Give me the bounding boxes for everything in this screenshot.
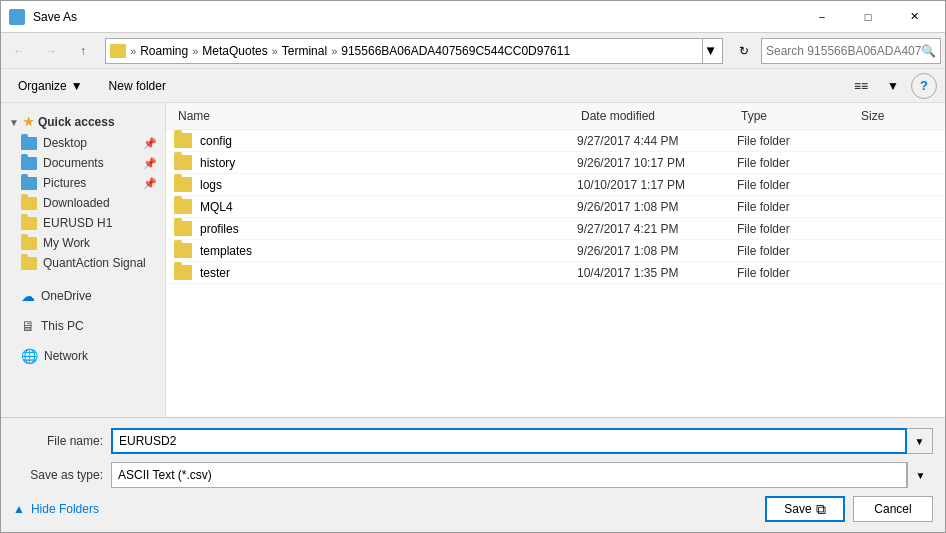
organize-button[interactable]: Organize ▼ xyxy=(9,73,92,99)
breadcrumb-metaquotes[interactable]: MetaQuotes xyxy=(202,44,267,58)
sidebar-item-eurusd[interactable]: EURUSD H1 xyxy=(1,213,165,233)
size-col-sort[interactable]: Size xyxy=(857,107,937,125)
quick-access-header[interactable]: ▼ ★ Quick access xyxy=(1,111,165,133)
address-toolbar: ← → ↑ » Roaming » MetaQuotes » Terminal … xyxy=(1,33,945,69)
filename-label: File name: xyxy=(13,434,103,448)
title-bar-left: Save As xyxy=(9,9,77,25)
date-col-sort[interactable]: Date modified xyxy=(577,107,737,125)
address-dropdown-button[interactable]: ▼ xyxy=(702,38,718,64)
sidebar-documents-label: Documents xyxy=(43,156,104,170)
file-name: profiles xyxy=(200,222,239,236)
view-dropdown-button[interactable]: ▼ xyxy=(879,73,907,99)
pictures-folder-icon xyxy=(21,177,37,190)
sidebar-item-desktop[interactable]: Desktop 📌 xyxy=(1,133,165,153)
cancel-button[interactable]: Cancel xyxy=(853,496,933,522)
file-folder-icon xyxy=(174,177,192,192)
sidebar-item-quantaction[interactable]: QuantAction Signal xyxy=(1,253,165,273)
file-name: tester xyxy=(200,266,230,280)
file-type: File folder xyxy=(737,200,857,214)
maximize-button[interactable]: □ xyxy=(845,1,891,33)
filename-row: File name: ▼ xyxy=(13,428,933,454)
hide-folders-button[interactable]: ▲ Hide Folders xyxy=(13,502,99,516)
documents-folder-icon xyxy=(21,157,37,170)
breadcrumb-separator-3: » xyxy=(272,45,278,57)
name-col-sort[interactable]: Name xyxy=(174,107,577,125)
sidebar-item-documents[interactable]: Documents 📌 xyxy=(1,153,165,173)
sidebar-item-downloaded[interactable]: Downloaded xyxy=(1,193,165,213)
filename-dropdown-button[interactable]: ▼ xyxy=(907,428,933,454)
file-name-cell: templates xyxy=(174,243,577,258)
table-row[interactable]: logs 10/10/2017 1:17 PM File folder xyxy=(166,174,945,196)
file-list-header: Name Date modified Type Size xyxy=(166,103,945,130)
file-name: logs xyxy=(200,178,222,192)
search-icon[interactable]: 🔍 xyxy=(921,44,936,58)
close-button[interactable]: ✕ xyxy=(891,1,937,33)
sidebar-pictures-label: Pictures xyxy=(43,176,86,190)
mywork-folder-icon xyxy=(21,237,37,250)
hide-folders-label: Hide Folders xyxy=(31,502,99,516)
back-button[interactable]: ← xyxy=(5,38,33,64)
organize-label: Organize xyxy=(18,79,67,93)
file-name-cell: history xyxy=(174,155,577,170)
table-row[interactable]: templates 9/26/2017 1:08 PM File folder xyxy=(166,240,945,262)
file-type: File folder xyxy=(737,244,857,258)
col-size-header[interactable]: Size xyxy=(857,107,937,125)
savetype-select[interactable]: ASCII Text (*.csv) xyxy=(111,462,907,488)
sidebar-item-pictures[interactable]: Pictures 📌 xyxy=(1,173,165,193)
cancel-button-label: Cancel xyxy=(874,502,911,516)
file-date: 9/27/2017 4:44 PM xyxy=(577,134,737,148)
file-folder-icon xyxy=(174,265,192,280)
minimize-button[interactable]: − xyxy=(799,1,845,33)
title-bar: Save As − □ ✕ xyxy=(1,1,945,33)
search-input[interactable] xyxy=(766,44,921,58)
table-row[interactable]: profiles 9/27/2017 4:21 PM File folder xyxy=(166,218,945,240)
breadcrumb-terminal[interactable]: Terminal xyxy=(282,44,327,58)
file-name: MQL4 xyxy=(200,200,233,214)
sidebar-item-mywork[interactable]: My Work xyxy=(1,233,165,253)
breadcrumb-roaming[interactable]: Roaming xyxy=(140,44,188,58)
savetype-dropdown-button[interactable]: ▼ xyxy=(907,462,933,488)
help-button[interactable]: ? xyxy=(911,73,937,99)
col-date-header[interactable]: Date modified xyxy=(577,107,737,125)
quick-access-star-icon: ★ xyxy=(23,115,34,129)
col-type-header[interactable]: Type xyxy=(737,107,857,125)
sidebar-spacer-1 xyxy=(1,277,165,285)
savetype-row: Save as type: ASCII Text (*.csv) ▼ xyxy=(13,462,933,488)
new-folder-button[interactable]: New folder xyxy=(100,73,175,99)
address-bar[interactable]: » Roaming » MetaQuotes » Terminal » 9155… xyxy=(105,38,723,64)
sidebar-item-thispc[interactable]: 🖥 This PC xyxy=(1,315,165,337)
table-row[interactable]: tester 10/4/2017 1:35 PM File folder xyxy=(166,262,945,284)
filename-input[interactable] xyxy=(111,428,907,454)
quick-access-collapse-icon: ▼ xyxy=(9,117,19,128)
file-folder-icon xyxy=(174,199,192,214)
breadcrumb-hash[interactable]: 915566BA06ADA407569C544CC0D97611 xyxy=(341,44,570,58)
sidebar-item-network[interactable]: 🌐 Network xyxy=(1,345,165,367)
forward-button[interactable]: → xyxy=(37,38,65,64)
network-icon: 🌐 xyxy=(21,348,38,364)
view-button[interactable]: ≡≡ xyxy=(847,73,875,99)
help-icon: ? xyxy=(920,78,928,93)
col-name-header[interactable]: Name xyxy=(174,107,577,125)
file-name: history xyxy=(200,156,235,170)
search-box[interactable]: 🔍 xyxy=(761,38,941,64)
table-row[interactable]: MQL4 9/26/2017 1:08 PM File folder xyxy=(166,196,945,218)
table-row[interactable]: history 9/26/2017 10:17 PM File folder xyxy=(166,152,945,174)
main-content: ▼ ★ Quick access Desktop 📌 Documents 📌 P xyxy=(1,103,945,417)
new-folder-label: New folder xyxy=(109,79,166,93)
up-button[interactable]: ↑ xyxy=(69,38,97,64)
bottom-actions: ▲ Hide Folders Save ⧉ Cancel xyxy=(13,496,933,522)
type-col-sort[interactable]: Type xyxy=(737,107,857,125)
breadcrumb-separator-2: » xyxy=(192,45,198,57)
file-date: 10/4/2017 1:35 PM xyxy=(577,266,737,280)
file-date: 9/26/2017 1:08 PM xyxy=(577,200,737,214)
sidebar-item-onedrive[interactable]: ☁ OneDrive xyxy=(1,285,165,307)
sidebar-spacer-2 xyxy=(1,307,165,315)
refresh-button[interactable]: ↻ xyxy=(731,38,757,64)
table-row[interactable]: config 9/27/2017 4:44 PM File folder xyxy=(166,130,945,152)
file-folder-icon xyxy=(174,155,192,170)
file-rows-container: config 9/27/2017 4:44 PM File folder his… xyxy=(166,130,945,284)
toolbar2-right: ≡≡ ▼ ? xyxy=(847,73,937,99)
file-name-cell: tester xyxy=(174,265,577,280)
sidebar-desktop-label: Desktop xyxy=(43,136,87,150)
save-button[interactable]: Save ⧉ xyxy=(765,496,845,522)
